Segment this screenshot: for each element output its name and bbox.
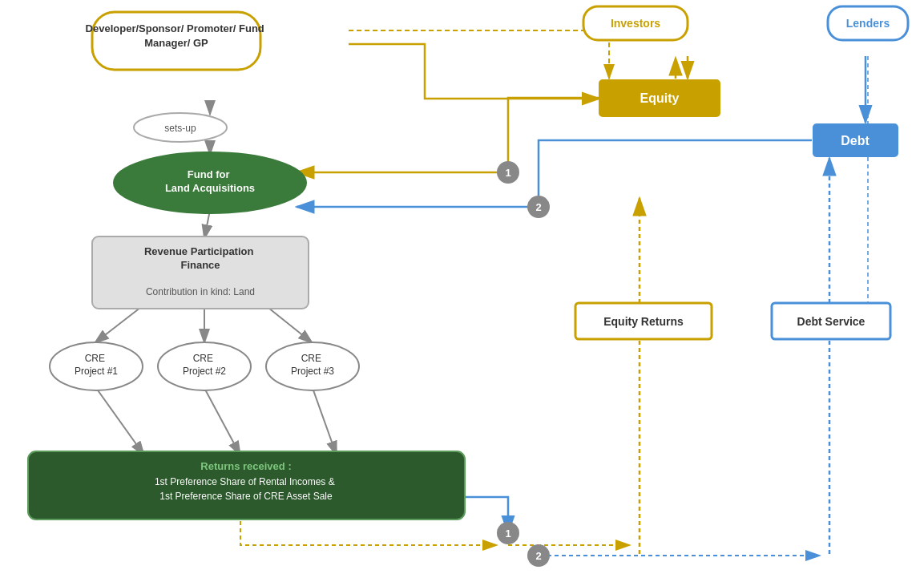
debt-service-label: Debt Service [797, 315, 865, 328]
equity-to-fund-gold [297, 98, 599, 172]
debt-to-fund-blue [297, 140, 812, 207]
circle-1-top-label: 1 [505, 167, 510, 179]
rpf-to-cre3 [264, 305, 313, 343]
lenders-label: Lenders [846, 17, 890, 30]
cre1-to-returns [96, 388, 144, 455]
equity-label: Equity [640, 91, 680, 105]
circle-1-bot-label: 1 [505, 528, 510, 540]
returns-bottom-gold [240, 521, 497, 545]
cre3-to-returns [313, 388, 337, 455]
circle-2-bot-label: 2 [535, 550, 541, 562]
rpf-to-cre1 [95, 305, 144, 343]
diagram: Developer/Sponsor/ Promoter/ Fund Manage… [0, 0, 924, 574]
debt-label: Debt [841, 134, 870, 148]
dev-to-equity-gold [349, 44, 599, 99]
fund-to-rpf [204, 210, 210, 239]
returns-label-title: Returns received : [200, 460, 291, 472]
cre2-to-returns [204, 388, 240, 455]
equity-returns-label: Equity Returns [603, 315, 684, 328]
rpf-sublabel: Contribution in kind: Land [146, 286, 255, 297]
dev-dashed-gold-to-equity [349, 30, 609, 79]
investors-label: Investors [611, 17, 660, 30]
circle-2-top-label: 2 [535, 201, 541, 213]
setsup-label: sets-up [164, 123, 196, 134]
